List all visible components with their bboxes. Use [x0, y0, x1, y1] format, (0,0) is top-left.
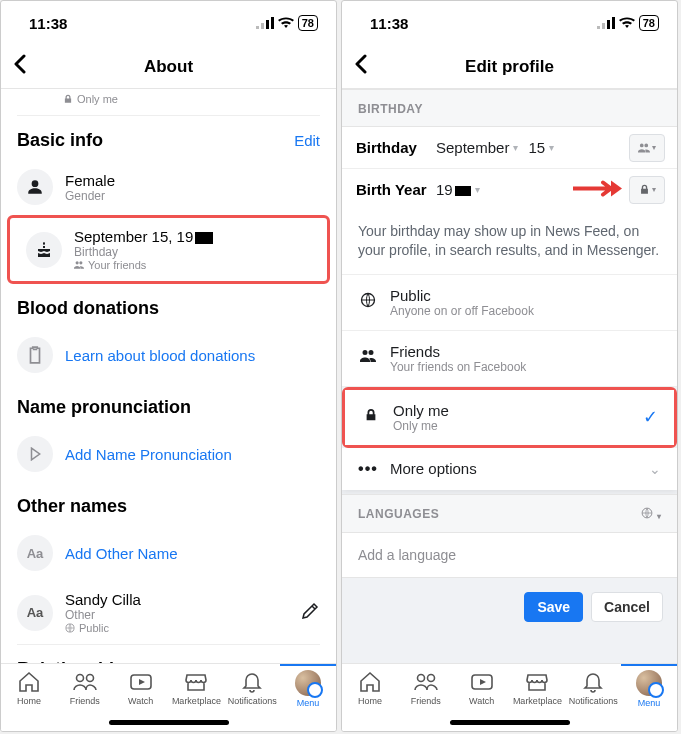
- privacy-option-more[interactable]: ••• More options ⌄: [342, 448, 677, 490]
- friends-icon: [638, 142, 650, 154]
- svg-rect-2: [266, 20, 269, 29]
- svg-rect-10: [607, 20, 610, 29]
- tab-notifications[interactable]: Notifications: [224, 670, 280, 706]
- status-time: 11:38: [370, 15, 408, 32]
- title-bar: About: [1, 45, 336, 89]
- page-title: Edit profile: [465, 57, 554, 77]
- svg-point-14: [417, 675, 424, 682]
- avatar: [295, 670, 321, 696]
- birthday-privacy-button[interactable]: ▾: [629, 134, 665, 162]
- svg-rect-8: [597, 26, 600, 29]
- globe-icon: [641, 507, 653, 519]
- back-icon[interactable]: [354, 54, 367, 80]
- tab-watch[interactable]: Watch: [454, 670, 510, 706]
- privacy-option-friends[interactable]: Friends Your friends on Facebook: [342, 331, 677, 387]
- home-indicator[interactable]: [109, 720, 229, 725]
- status-bar: 11:38 78: [1, 1, 336, 45]
- privacy-option-only-me[interactable]: Only me Only me ✓: [345, 390, 674, 445]
- birthday-label: Birthday: [74, 245, 213, 259]
- birthday-row[interactable]: September 15, 19 Birthday Your friends: [10, 218, 327, 281]
- cellular-icon: [597, 17, 615, 29]
- status-bar: 11:38 78: [342, 1, 677, 45]
- birthday-field-row: Birthday September▾ 15▾ ▾: [342, 127, 677, 169]
- pronounce-link-row[interactable]: Add Name Pronunciation: [1, 426, 336, 482]
- save-button[interactable]: Save: [524, 592, 583, 622]
- aa-icon: Aa: [17, 595, 53, 631]
- home-indicator[interactable]: [450, 720, 570, 725]
- wifi-icon: [619, 17, 635, 29]
- person-icon: [17, 169, 53, 205]
- tab-marketplace[interactable]: Marketplace: [509, 670, 565, 706]
- chevron-down-icon: ⌄: [649, 461, 661, 477]
- annotation-arrow: [573, 178, 623, 201]
- birthday-audience: Your friends: [74, 259, 213, 271]
- tab-watch[interactable]: Watch: [113, 670, 169, 706]
- pronounce-link-text: Add Name Pronunciation: [65, 446, 232, 463]
- basic-info-edit-link[interactable]: Edit: [294, 132, 320, 149]
- edit-pencil-icon[interactable]: [300, 601, 320, 625]
- about-screen: 11:38 78 About Only me Basic info Edit F…: [0, 0, 337, 732]
- languages-section-header: LANGUAGES ▾: [342, 494, 677, 533]
- tab-home[interactable]: Home: [1, 670, 57, 706]
- chevron-down-icon: ▾: [549, 142, 554, 153]
- cellular-icon: [256, 17, 274, 29]
- birthday-note: Your birthday may show up in News Feed, …: [342, 210, 677, 275]
- cake-icon: [26, 232, 62, 268]
- add-language-input[interactable]: Add a language: [342, 533, 677, 578]
- tab-friends[interactable]: Friends: [398, 670, 454, 706]
- globe-icon: [358, 292, 378, 312]
- tab-bar: Home Friends Watch Marketplace Notificat…: [1, 663, 336, 731]
- svg-rect-11: [612, 17, 615, 29]
- language-privacy-button[interactable]: ▾: [641, 507, 661, 522]
- other-name-value: Sandy Cilla: [65, 591, 141, 608]
- friends-icon: [358, 348, 378, 368]
- gender-label: Gender: [65, 189, 115, 203]
- add-other-name-row[interactable]: Aa Add Other Name: [1, 525, 336, 581]
- birthday-month-select[interactable]: September: [436, 139, 509, 156]
- tab-home[interactable]: Home: [342, 670, 398, 706]
- tab-bar: Home Friends Watch Marketplace Notificat…: [342, 663, 677, 731]
- svg-rect-9: [602, 23, 605, 29]
- more-icon: •••: [358, 460, 378, 478]
- chevron-down-icon: ▾: [513, 142, 518, 153]
- only-me-hint: Only me: [1, 89, 336, 115]
- tab-marketplace[interactable]: Marketplace: [168, 670, 224, 706]
- lock-icon: [639, 184, 650, 195]
- birthday-section-header: BIRTHDAY: [342, 89, 677, 127]
- check-icon: ✓: [643, 406, 658, 428]
- tab-friends[interactable]: Friends: [57, 670, 113, 706]
- gender-value: Female: [65, 172, 115, 189]
- edit-profile-screen: 11:38 78 Edit profile BIRTHDAY Birthday …: [341, 0, 678, 732]
- play-icon: [17, 436, 53, 472]
- birthday-day-select[interactable]: 15: [528, 139, 545, 156]
- lock-icon: [361, 408, 381, 426]
- chevron-down-icon: ▾: [475, 184, 480, 195]
- battery-icon: 78: [298, 15, 318, 31]
- aa-icon: Aa: [17, 535, 53, 571]
- svg-rect-3: [271, 17, 274, 29]
- other-name-item[interactable]: Aa Sandy Cilla Other Public: [1, 581, 336, 644]
- battery-icon: 78: [639, 15, 659, 31]
- svg-rect-1: [261, 23, 264, 29]
- birthyear-select[interactable]: 19: [436, 181, 471, 198]
- other-names-heading: Other names: [1, 482, 336, 525]
- svg-point-6: [86, 675, 93, 682]
- blood-link-row[interactable]: Learn about blood donations: [1, 327, 336, 383]
- birthyear-privacy-button[interactable]: ▾: [629, 176, 665, 204]
- clipboard-icon: [17, 337, 53, 373]
- tab-menu[interactable]: Menu: [621, 670, 677, 708]
- avatar: [636, 670, 662, 696]
- other-name-audience: Public: [65, 622, 141, 634]
- birthyear-field-label: Birth Year: [356, 181, 436, 198]
- tab-notifications[interactable]: Notifications: [565, 670, 621, 706]
- gender-row[interactable]: Female Gender: [1, 159, 336, 215]
- back-icon[interactable]: [13, 54, 26, 80]
- wifi-icon: [278, 17, 294, 29]
- privacy-option-public[interactable]: Public Anyone on or off Facebook: [342, 275, 677, 331]
- add-other-name-text: Add Other Name: [65, 545, 178, 562]
- svg-rect-0: [256, 26, 259, 29]
- cancel-button[interactable]: Cancel: [591, 592, 663, 622]
- tab-menu[interactable]: Menu: [280, 670, 336, 708]
- svg-point-5: [76, 675, 83, 682]
- birthday-field-label: Birthday: [356, 139, 436, 156]
